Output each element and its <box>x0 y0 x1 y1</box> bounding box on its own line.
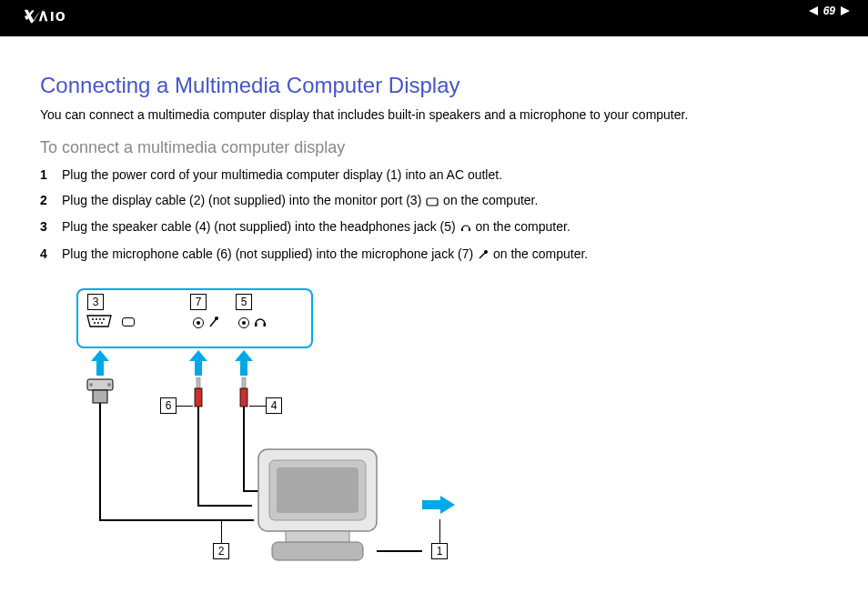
svg-marker-36 <box>422 496 455 514</box>
svg-rect-26 <box>197 377 200 388</box>
svg-rect-28 <box>242 377 246 388</box>
monitor-port-icon <box>426 194 439 212</box>
page-content: Connecting a Multimedia Computer Display… <box>0 36 868 590</box>
step-1-text: Plug the power cord of your multimedia c… <box>62 167 502 182</box>
svg-marker-19 <box>91 350 109 376</box>
display-cable <box>99 403 101 521</box>
breadcrumb: Using Peripheral Devices <box>721 19 852 32</box>
section-subtitle: To connect a multimedia computer display <box>40 138 828 157</box>
power-cord <box>386 550 422 552</box>
svg-point-11 <box>103 318 105 320</box>
display-cable <box>99 519 254 521</box>
callout-2: 2 <box>213 543 229 559</box>
callout-4: 4 <box>266 397 282 414</box>
page-number: 69 <box>823 5 835 17</box>
svg-rect-5 <box>469 228 470 231</box>
svg-rect-18 <box>264 323 267 327</box>
svg-point-14 <box>101 322 103 324</box>
svg-point-24 <box>107 383 111 387</box>
svg-rect-32 <box>277 467 358 513</box>
svg-point-16 <box>215 317 218 320</box>
svg-point-7 <box>484 250 488 254</box>
svg-text:✓∧ıo: ✓∧ıo <box>23 8 66 25</box>
step-4-text-a: Plug the microphone cable (6) (not suppl… <box>62 246 477 261</box>
svg-marker-1 <box>809 6 818 15</box>
step-2-text-a: Plug the display cable (2) (not supplied… <box>62 193 425 207</box>
right-arrow-icon <box>422 496 455 518</box>
callout-3: 3 <box>87 294 104 310</box>
callout-5: 5 <box>236 294 252 310</box>
svg-point-23 <box>89 383 93 387</box>
vaio-logo: ✓∧ıo <box>22 8 122 29</box>
svg-rect-29 <box>240 388 247 407</box>
step-3: Plug the speaker cable (4) (not supplied… <box>40 218 828 238</box>
svg-marker-21 <box>235 350 253 376</box>
step-2-text-b: on the computer. <box>439 193 538 207</box>
svg-marker-20 <box>189 350 207 376</box>
intro-text: You can connect a multimedia computer di… <box>40 107 828 122</box>
svg-point-10 <box>99 318 101 320</box>
headphone-symbol-icon <box>254 316 267 332</box>
step-4-text-b: on the computer. <box>490 246 588 261</box>
header-nav: 69 Using Peripheral Devices <box>721 5 852 32</box>
callout-1: 1 <box>431 543 448 559</box>
callout-7: 7 <box>190 294 207 310</box>
headphones-icon <box>460 220 471 238</box>
step-3-text-a: Plug the speaker cable (4) (not supplied… <box>62 219 459 234</box>
step-3-text-b: on the computer. <box>472 219 570 234</box>
step-1: Plug the power cord of your multimedia c… <box>40 166 828 185</box>
next-page-icon[interactable] <box>839 5 852 16</box>
step-2: Plug the display cable (2) (not supplied… <box>40 192 828 212</box>
svg-point-8 <box>92 318 94 320</box>
mic-symbol-icon <box>208 316 219 332</box>
up-arrow-icon <box>235 350 253 379</box>
up-arrow-icon <box>91 350 109 379</box>
connection-diagram: 3 7 5 6 4 <box>58 281 495 572</box>
up-arrow-icon <box>189 350 207 379</box>
step-4: Plug the microphone cable (6) (not suppl… <box>40 246 828 266</box>
svg-point-12 <box>94 322 96 324</box>
svg-rect-4 <box>461 228 463 231</box>
svg-marker-2 <box>841 6 850 15</box>
svg-rect-17 <box>255 323 257 327</box>
svg-point-9 <box>96 318 97 320</box>
monitor-icon <box>240 440 395 571</box>
page-title: Connecting a Multimedia Computer Display <box>40 73 828 98</box>
svg-rect-27 <box>195 388 202 407</box>
mic-cable <box>197 407 199 507</box>
microphone-icon <box>478 247 489 266</box>
svg-point-13 <box>97 322 99 324</box>
svg-rect-25 <box>93 390 107 403</box>
svg-rect-3 <box>427 198 438 206</box>
prev-page-icon[interactable] <box>807 5 820 16</box>
monitor-port-symbol <box>122 317 135 327</box>
callout-6: 6 <box>160 397 177 414</box>
svg-rect-34 <box>272 542 363 560</box>
page-header: ✓∧ıo 69 Using Peripheral Devices <box>0 0 868 36</box>
vga-port-icon <box>86 314 113 332</box>
steps-list: Plug the power cord of your multimedia c… <box>40 166 828 265</box>
